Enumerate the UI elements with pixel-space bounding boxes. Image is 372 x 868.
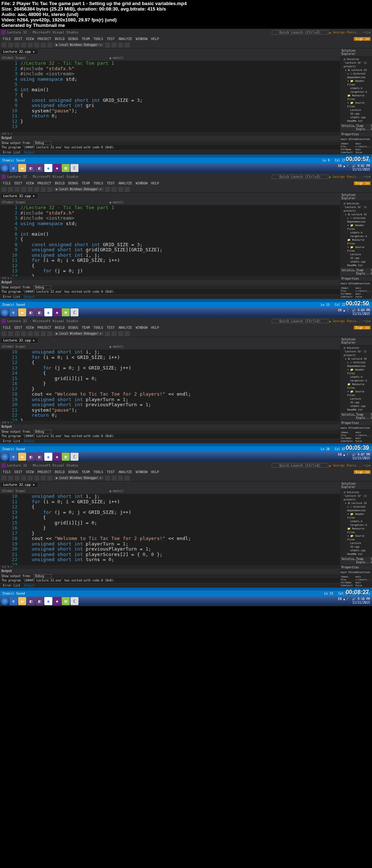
menu-team[interactable]: TEAM (80, 37, 91, 41)
tb-icon[interactable] (125, 43, 130, 48)
tb-icon[interactable] (112, 331, 117, 336)
app-icon[interactable]: ◧ (27, 597, 35, 605)
menu-tools[interactable]: TOOLS (92, 37, 105, 41)
save-all-icon[interactable] (34, 43, 39, 48)
tb-icon[interactable] (112, 43, 117, 48)
close-button[interactable]: ✕ (369, 175, 371, 179)
menu-help[interactable]: HELP (150, 181, 161, 185)
notepad-icon[interactable]: ▤ (62, 597, 70, 605)
menu-view[interactable]: VIEW (24, 326, 35, 329)
menu-file[interactable]: FILE (1, 181, 12, 185)
menu-window[interactable]: WINDOW (134, 181, 149, 185)
menu-help[interactable]: HELP (150, 326, 161, 329)
save-all-icon[interactable] (34, 476, 39, 481)
quick-launch[interactable]: Quick Launch (Ctrl+Q) (272, 319, 328, 323)
menu-team[interactable]: TEAM (80, 470, 91, 474)
nav-forward-icon[interactable] (8, 476, 13, 481)
scope-dropdown[interactable]: (Global Scope) (1, 201, 26, 204)
tb-icon[interactable] (112, 187, 117, 192)
vs-taskbar-icon[interactable]: ◈ (53, 453, 61, 461)
save-all-icon[interactable] (34, 187, 39, 192)
solution-tree[interactable]: ◫ Solution 'Lecture 32' (1 project) ▸ ⧉ … (340, 345, 372, 412)
signin-button[interactable]: Sign in (354, 470, 371, 474)
code-editor[interactable]: 101112131415161718192021222324 unsigned … (0, 349, 340, 421)
code-editor[interactable]: 12345678910111213 //Lecture 32 - Tic Tac… (0, 61, 340, 132)
app-icon[interactable]: ◧ (36, 164, 44, 172)
properties-grid[interactable]: main VCCodeFunction (Name)main Filec:\Us… (340, 570, 372, 588)
menu-edit[interactable]: EDIT (13, 470, 24, 474)
scope-dropdown[interactable]: (Global Scope) (1, 345, 26, 348)
redo-icon[interactable] (47, 43, 52, 48)
ie-icon[interactable]: e (9, 308, 17, 316)
menu-project[interactable]: PROJECT (36, 326, 53, 329)
menu-window[interactable]: WINDOW (134, 470, 149, 474)
tb-icon[interactable] (118, 187, 123, 192)
nav-back-icon[interactable] (1, 187, 7, 192)
codeblocks-icon[interactable]: C (70, 453, 78, 461)
ie-icon[interactable]: e (9, 453, 17, 461)
redo-icon[interactable] (47, 331, 52, 336)
menu-file[interactable]: FILE (1, 37, 12, 41)
function-dropdown[interactable]: ◉ main() (109, 489, 124, 493)
function-dropdown[interactable]: ◉ main() (109, 345, 124, 348)
chrome-icon[interactable]: ◉ (44, 597, 52, 605)
nav-forward-icon[interactable] (8, 187, 13, 192)
tb-icon[interactable] (125, 331, 130, 336)
tab-team[interactable]: Team Explo... (356, 124, 371, 131)
menu-debug[interactable]: DEBUG (67, 181, 80, 185)
undo-icon[interactable] (41, 331, 46, 336)
notepad-icon[interactable]: ▤ (62, 164, 70, 172)
output-source-dropdown[interactable]: Debug (33, 574, 52, 578)
menu-build[interactable]: BUILD (53, 181, 66, 185)
save-all-icon[interactable] (34, 331, 39, 336)
signin-button[interactable]: Sign in (354, 181, 371, 185)
debug-target-dropdown[interactable]: ▶ Local Windows Debugger ▾ (54, 187, 104, 191)
codeblocks-icon[interactable]: C (70, 164, 78, 172)
menu-build[interactable]: BUILD (53, 470, 66, 474)
vs-taskbar-icon[interactable]: ◈ (53, 164, 61, 172)
tab-output[interactable]: Output (24, 440, 35, 443)
tb-icon[interactable] (105, 43, 110, 48)
minimize-button[interactable]: ─ (363, 464, 365, 467)
tb-icon[interactable] (118, 476, 123, 481)
redo-icon[interactable] (47, 476, 52, 481)
nav-forward-icon[interactable] (8, 331, 13, 336)
vs-taskbar-icon[interactable]: ◈ (53, 597, 61, 605)
open-file-icon[interactable] (21, 476, 26, 481)
function-dropdown[interactable]: ◉ main() (109, 56, 124, 60)
properties-grid[interactable]: main VCCodeFunction (Name)main Filec:\Us… (340, 426, 372, 443)
nav-forward-icon[interactable] (8, 43, 13, 48)
menu-test[interactable]: TEST (105, 37, 116, 41)
minimize-button[interactable]: ─ (363, 319, 365, 323)
menu-tools[interactable]: TOOLS (92, 181, 105, 185)
quick-launch[interactable]: Quick Launch (Ctrl+Q) (272, 463, 328, 468)
save-icon[interactable] (28, 187, 33, 192)
start-button[interactable] (1, 453, 9, 461)
tab-solution[interactable]: Solutio… (341, 557, 356, 564)
chrome-icon[interactable]: ◉ (44, 308, 52, 316)
menu-debug[interactable]: DEBUG (67, 326, 80, 329)
tab-file[interactable]: Lecture 32.cpp ✕ (0, 193, 38, 199)
user-badge[interactable]: ▲ George Panis... (329, 31, 363, 34)
menu-project[interactable]: PROJECT (36, 470, 53, 474)
solution-tree[interactable]: ◫ Solution 'Lecture 32' (1 project) ▸ ⧉ … (340, 490, 372, 557)
tab-solution[interactable]: Solutio… (341, 413, 356, 420)
new-project-icon[interactable] (15, 476, 20, 481)
new-project-icon[interactable] (15, 331, 20, 336)
output-source-dropdown[interactable]: Debug (33, 141, 52, 145)
explorer-icon[interactable]: ▬ (18, 308, 26, 316)
code-content[interactable]: unsigned short int i, j; for (i = 0; i <… (20, 349, 340, 421)
menu-edit[interactable]: EDIT (13, 326, 24, 329)
app-icon[interactable]: ◧ (27, 453, 35, 461)
signin-button[interactable]: Sign in (354, 326, 371, 329)
quick-launch[interactable]: Quick Launch (Ctrl+Q) (272, 30, 328, 35)
tab-errorlist[interactable]: Error List (1, 295, 22, 299)
undo-icon[interactable] (41, 476, 46, 481)
code-content[interactable]: //Lecture 32 - Tic Tac Toe part 1#includ… (20, 61, 340, 132)
menu-analyze[interactable]: ANALYZE (117, 181, 134, 185)
explorer-icon[interactable]: ▬ (18, 597, 26, 605)
codeblocks-icon[interactable]: C (70, 308, 78, 316)
signin-button[interactable]: Sign in (354, 37, 371, 41)
start-button[interactable] (1, 308, 9, 316)
tab-file[interactable]: Lecture 32.cpp ✕ (0, 49, 38, 55)
